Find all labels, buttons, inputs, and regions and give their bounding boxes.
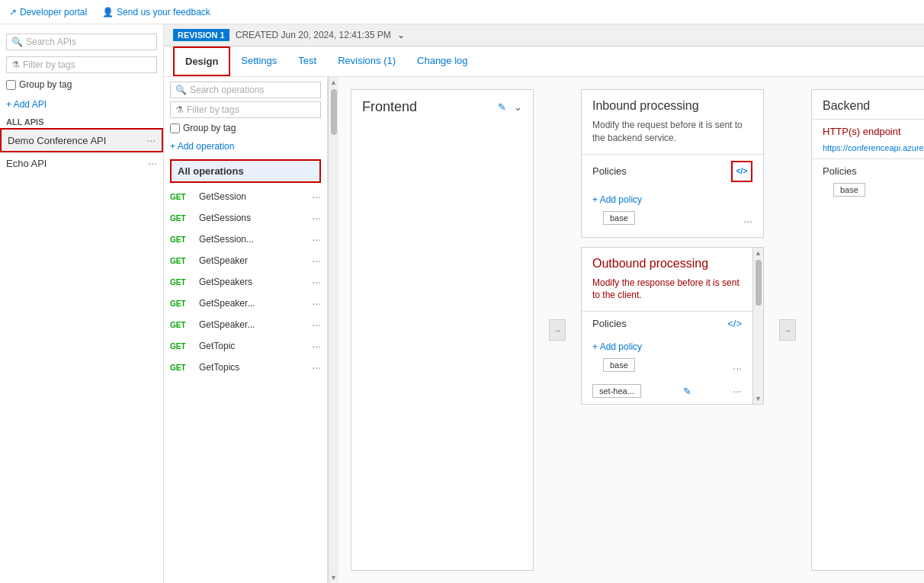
revision-bar: REVISION 1 CREATED Jun 20, 2024, 12:41:3… xyxy=(164,24,924,46)
api-group-by-tag[interactable]: Group by tag xyxy=(6,79,157,90)
developer-portal-icon: ↗ xyxy=(9,7,17,18)
ops-filter-icon: ⚗ xyxy=(175,104,184,115)
ops-search-input[interactable]: 🔍 Search operations xyxy=(170,82,321,98)
inbound-base-tag[interactable]: base xyxy=(603,211,635,225)
outbound-card: Outbound processing Modify the response … xyxy=(581,247,764,405)
revision-chevron-icon[interactable]: ⌄ xyxy=(397,30,405,40)
outbound-description: Modify the response before it is sent to… xyxy=(582,277,752,312)
sidebar-item-demo-conference-api[interactable]: Demo Conference API ··· xyxy=(0,128,163,152)
demo-api-menu-icon[interactable]: ··· xyxy=(146,134,156,146)
inner-content: 🔍 Search operations ⚗ Filter by tags Gro… xyxy=(164,77,924,583)
revision-badge: REVISION 1 xyxy=(173,29,229,41)
arrow-right-frontend-inbound[interactable]: → xyxy=(549,319,566,341)
outbound-base-tag[interactable]: base xyxy=(603,358,635,372)
frontend-chevron-icon[interactable]: ⌄ xyxy=(514,101,522,113)
content-area: REVISION 1 CREATED Jun 20, 2024, 12:41:3… xyxy=(164,24,924,583)
backend-policies-label: Policies xyxy=(823,165,857,177)
outbound-vscrollbar[interactable]: ▲ ▼ xyxy=(752,248,763,405)
add-operation-button[interactable]: + Add operation xyxy=(170,141,321,152)
backend-base-tag[interactable]: base xyxy=(833,183,865,197)
op-menu-icon[interactable]: ··· xyxy=(312,212,321,224)
outbound-add-policy-button[interactable]: + Add policy xyxy=(582,335,752,358)
feedback-icon: 👤 xyxy=(102,7,114,18)
developer-portal-link[interactable]: ↗ Developer portal xyxy=(9,7,87,18)
inbound-policies-row: Policies </> xyxy=(592,161,752,182)
list-item[interactable]: GETGetSpeakers ··· xyxy=(164,271,327,293)
tab-design[interactable]: Design xyxy=(173,46,230,76)
ops-group-by-tag[interactable]: Group by tag xyxy=(170,123,321,133)
list-item[interactable]: GETGetSpeaker... ··· xyxy=(164,293,327,314)
backend-card: Backend HTTP(s) endpoint ✎ https://confe… xyxy=(811,89,924,571)
left-sidebar: 🔍 Search APIs ⚗ Filter by tags Group by … xyxy=(0,24,164,583)
inbound-add-policy-button[interactable]: + Add policy xyxy=(582,188,763,211)
main-layout: 🔍 Search APIs ⚗ Filter by tags Group by … xyxy=(0,24,924,583)
sidebar-item-echo-api[interactable]: Echo API ··· xyxy=(0,152,163,174)
inbound-policies-section: Policies </> xyxy=(582,154,763,188)
inbound-code-policy-icon[interactable]: </> xyxy=(731,161,752,182)
outbound-card-header: Outbound processing xyxy=(582,248,752,277)
all-apis-label: All APIs xyxy=(0,113,163,128)
inbound-policies-label: Policies xyxy=(592,165,627,177)
outbound-base-menu[interactable]: ··· xyxy=(733,362,742,374)
arrow-right-inbound-backend[interactable]: → xyxy=(779,319,796,341)
ops-search-icon: 🔍 xyxy=(175,85,187,95)
endpoint-url[interactable]: https://conferenceapi.azurewebsit... xyxy=(812,143,924,159)
outbound-policies-section: Policies </> xyxy=(582,311,752,335)
api-filter-input[interactable]: ⚗ Filter by tags xyxy=(6,56,157,73)
tab-revisions[interactable]: Revisions (1) xyxy=(327,47,406,75)
frontend-edit-icon[interactable]: ✎ xyxy=(498,101,506,113)
inbound-base-tag-row: base ··· xyxy=(582,211,763,237)
outbound-set-header-tag[interactable]: set-hea... xyxy=(592,384,641,398)
inbound-base-tag-menu[interactable]: ··· xyxy=(743,215,752,227)
list-item[interactable]: GETGetTopics ··· xyxy=(164,357,327,378)
all-operations-item[interactable]: All operations xyxy=(170,159,321,183)
outbound-scroll-thumb[interactable] xyxy=(756,260,762,306)
inbound-card-header: Inbound processing xyxy=(582,90,763,119)
outbound-scroll-down-icon[interactable]: ▼ xyxy=(755,395,762,402)
backend-policies-section: Policies </> xyxy=(812,159,924,183)
op-menu-icon[interactable]: ··· xyxy=(312,297,321,309)
outbound-scroll-up-icon[interactable]: ▲ xyxy=(755,249,762,257)
op-menu-icon[interactable]: ··· xyxy=(312,361,321,373)
op-menu-icon[interactable]: ··· xyxy=(312,255,321,267)
ops-scroll-thumb[interactable] xyxy=(331,89,337,135)
outbound-code-icon[interactable]: </> xyxy=(727,318,742,329)
op-menu-icon[interactable]: ··· xyxy=(312,340,321,352)
op-menu-icon[interactable]: ··· xyxy=(312,276,321,288)
op-menu-icon[interactable]: ··· xyxy=(312,233,321,245)
list-item[interactable]: GETGetSpeaker ··· xyxy=(164,250,327,271)
outbound-set-header-menu[interactable]: ··· xyxy=(733,385,742,397)
op-menu-icon[interactable]: ··· xyxy=(312,191,321,203)
ops-scrollbar[interactable]: ▲ ▼ xyxy=(328,77,338,583)
tab-settings[interactable]: Settings xyxy=(230,47,287,75)
echo-api-menu-icon[interactable]: ··· xyxy=(148,157,157,169)
backend-policies-row: Policies </> xyxy=(823,165,924,177)
frontend-card: Frontend ✎ ⌄ xyxy=(351,89,534,571)
middle-column: Inbound processing Modify the request be… xyxy=(581,89,764,571)
outbound-set-header-edit-icon[interactable]: ✎ xyxy=(683,386,691,397)
list-item[interactable]: GETGetSpeaker... ··· xyxy=(164,314,327,335)
operations-list: GETGetSession ··· GETGetSessions ··· GET… xyxy=(164,186,327,583)
tab-test[interactable]: Test xyxy=(287,47,327,75)
list-item[interactable]: GETGetTopic ··· xyxy=(164,335,327,357)
backend-base-tag-row: base ··· xyxy=(812,183,924,209)
design-area: Frontend ✎ ⌄ → Inbound processing xyxy=(338,77,924,583)
ops-filter-input[interactable]: ⚗ Filter by tags xyxy=(170,101,321,118)
http-endpoint-row: HTTP(s) endpoint ✎ xyxy=(812,119,924,143)
ops-group-by-tag-checkbox[interactable] xyxy=(170,123,180,133)
list-item[interactable]: GETGetSessions ··· xyxy=(164,207,327,229)
tab-changelog[interactable]: Change log xyxy=(406,47,479,75)
feedback-link[interactable]: 👤 Send us your feedback xyxy=(102,7,210,18)
frontend-card-header: Frontend ✎ ⌄ xyxy=(351,90,533,121)
outbound-policies-row: Policies </> xyxy=(592,318,742,329)
tabs-bar: Design Settings Test Revisions (1) Chang… xyxy=(164,46,924,77)
search-icon: 🔍 xyxy=(11,37,23,47)
op-menu-icon[interactable]: ··· xyxy=(312,319,321,331)
group-by-tag-checkbox[interactable] xyxy=(6,80,16,90)
list-item[interactable]: GETGetSession ··· xyxy=(164,186,327,207)
operations-panel: 🔍 Search operations ⚗ Filter by tags Gro… xyxy=(164,77,328,583)
add-api-button[interactable]: + Add API xyxy=(6,99,157,110)
list-item[interactable]: GETGetSession... ··· xyxy=(164,229,327,250)
top-bar: ↗ Developer portal 👤 Send us your feedba… xyxy=(0,0,924,24)
api-search-input[interactable]: 🔍 Search APIs xyxy=(6,34,157,50)
